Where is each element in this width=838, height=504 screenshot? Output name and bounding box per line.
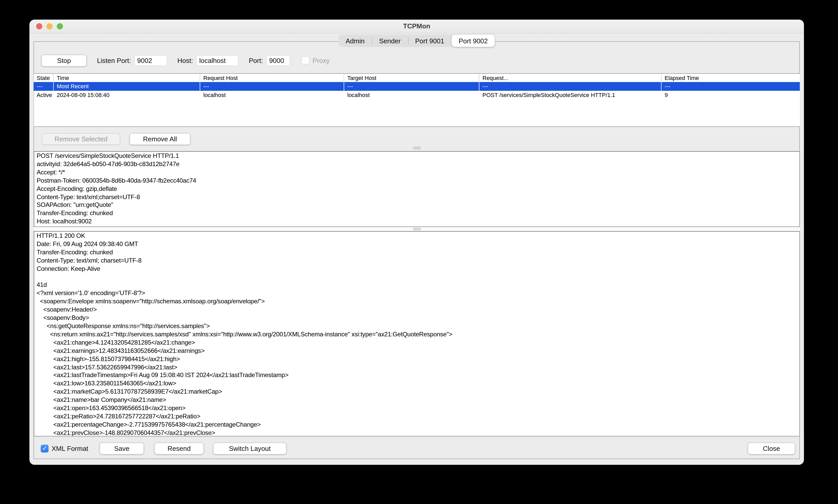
response-text: HTTP/1.1 200 OK Date: Fri, 09 Aug 2024 0… <box>34 232 799 436</box>
resend-button[interactable]: Resend <box>154 442 204 454</box>
host-label: Host: <box>178 56 193 64</box>
cell-elapsed: 9 <box>661 91 800 100</box>
table-header: State Time Request Host Target Host Requ… <box>34 74 800 82</box>
xml-format-checkbox[interactable]: ✓ <box>41 445 49 452</box>
response-panel[interactable]: HTTP/1.1 200 OK Date: Fri, 09 Aug 2024 0… <box>34 231 800 436</box>
col-state: State <box>34 74 54 82</box>
col-target-host: Target Host <box>344 74 479 82</box>
tab-strip: Admin Sender Port 9001 Port 9002 <box>30 35 804 47</box>
cell-request: --- <box>479 82 661 91</box>
proxy-label: Proxy <box>313 56 329 64</box>
proxy-checkbox[interactable] <box>301 56 309 65</box>
request-text: POST /services/SimpleStockQuoteService H… <box>34 152 799 226</box>
port-field[interactable]: 9000 <box>266 55 290 66</box>
screen: TCPMon Admin Sender Port 9001 Port 9002 … <box>0 0 838 504</box>
listen-port-label: Listen Port: <box>97 56 131 64</box>
stop-button[interactable]: Stop <box>41 54 87 66</box>
port-9002-panel: Stop Listen Port: 9002 Host: localhost P… <box>34 41 800 459</box>
listener-toolbar: Stop Listen Port: 9002 Host: localhost P… <box>34 51 799 70</box>
remove-selected-button[interactable]: Remove Selected <box>42 133 120 145</box>
title-bar[interactable]: TCPMon <box>30 20 804 34</box>
cell-target-host: --- <box>344 82 479 91</box>
col-request: Request... <box>479 74 661 82</box>
listen-port-field[interactable]: 9002 <box>134 55 167 66</box>
xml-format-label: XML Format <box>52 445 88 452</box>
close-button[interactable]: Close <box>748 442 795 454</box>
cell-state: Active <box>34 91 54 100</box>
save-button[interactable]: Save <box>100 442 144 454</box>
cell-request: POST /services/SimpleStockQuoteService H… <box>479 91 661 100</box>
cell-request-host: localhost <box>200 91 344 100</box>
host-field[interactable]: localhost <box>196 55 238 66</box>
tab-admin[interactable]: Admin <box>338 35 372 47</box>
table-row-active[interactable]: Active 2024-08-09 15:08:40 localhost loc… <box>34 91 800 100</box>
split-divider-handle[interactable] <box>413 146 421 149</box>
window-title: TCPMon <box>30 20 804 33</box>
row-actions: Remove Selected Remove All <box>34 132 799 145</box>
tab-port-9002[interactable]: Port 9002 <box>451 35 495 47</box>
col-time: Time <box>54 74 200 82</box>
bottom-bar: ✓ XML Format Save Resend Switch Layout C… <box>34 437 799 458</box>
cell-elapsed: --- <box>661 82 800 91</box>
tcpmon-window: TCPMon Admin Sender Port 9001 Port 9002 … <box>30 20 804 465</box>
port-label: Port: <box>249 56 263 64</box>
cell-state: --- <box>34 82 54 91</box>
col-request-host: Request Host <box>200 74 344 82</box>
cell-target-host: localhost <box>344 91 479 100</box>
cell-time: Most Recent <box>54 82 200 91</box>
switch-layout-button[interactable]: Switch Layout <box>213 442 286 454</box>
tab-port-9001[interactable]: Port 9001 <box>408 35 451 47</box>
tab-sender[interactable]: Sender <box>372 35 408 47</box>
request-panel[interactable]: POST /services/SimpleStockQuoteService H… <box>34 151 800 227</box>
col-elapsed-time: Elapsed Time <box>661 74 800 82</box>
remove-all-button[interactable]: Remove All <box>129 133 191 145</box>
connections-table: State Time Request Host Target Host Requ… <box>34 73 800 127</box>
cell-request-host: --- <box>200 82 344 91</box>
divider-handle-icon <box>413 228 421 231</box>
request-response-divider[interactable] <box>34 227 800 231</box>
table-row-most-recent[interactable]: --- Most Recent --- --- --- --- <box>34 82 800 91</box>
cell-time: 2024-08-09 15:08:40 <box>54 91 200 100</box>
